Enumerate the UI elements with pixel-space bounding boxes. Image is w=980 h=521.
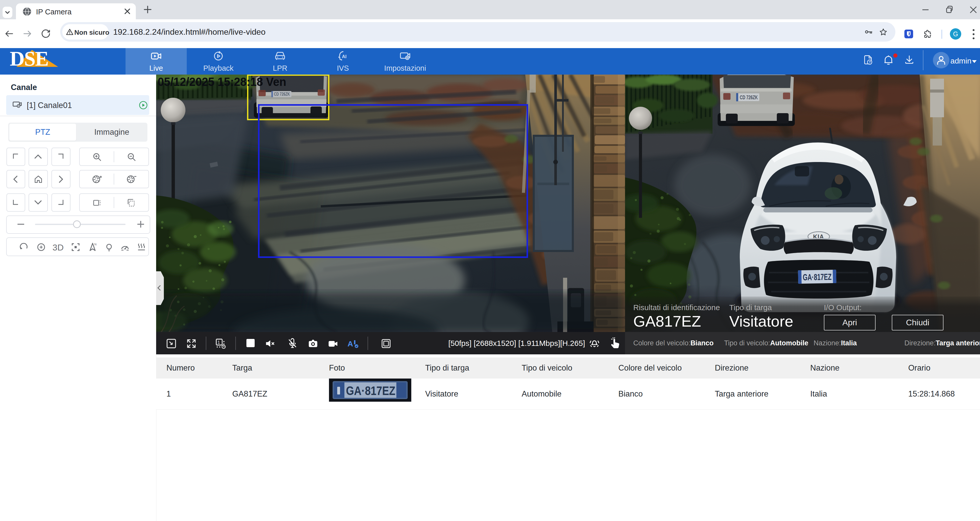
svg-text:N: N xyxy=(94,243,97,246)
svg-text:?: ? xyxy=(869,60,871,64)
svg-text:05/12/2025 15:28:18 Ven: 05/12/2025 15:28:18 Ven xyxy=(158,75,286,89)
svg-text:1: 1 xyxy=(218,340,220,345)
svg-text:AI: AI xyxy=(342,54,347,59)
svg-text:GA·817EZ: GA·817EZ xyxy=(346,384,395,397)
svg-text:DSE: DSE xyxy=(10,49,48,67)
svg-text:A: A xyxy=(347,340,353,348)
